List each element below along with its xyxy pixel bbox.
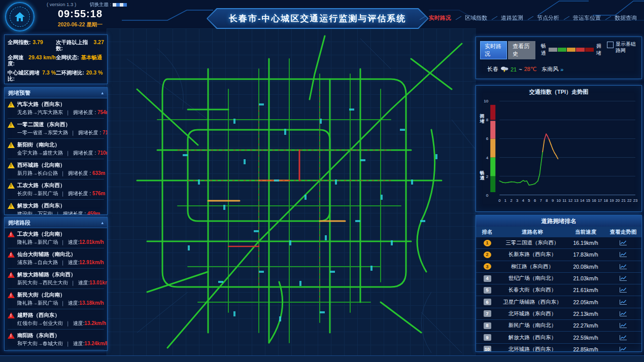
nav-item[interactable]: 数据查询: [601, 14, 637, 22]
collapse-arrow-icon[interactable]: ▴: [101, 220, 104, 225]
current-speed: 22.13km/h: [566, 311, 605, 317]
road-name: 长新东路（西向东）: [498, 251, 566, 258]
weather-more-link[interactable]: »: [560, 66, 563, 73]
nav-item[interactable]: 实时路况: [415, 14, 451, 22]
trend-chart-icon[interactable]: [619, 322, 627, 329]
trend-chart-icon[interactable]: [619, 275, 627, 281]
congestion-warning-header: 拥堵预警 ▴: [5, 88, 107, 98]
congested-segment-item[interactable]: 南阳路（东向西） 和平大街→春城大街｜速度:13.24km/h: [8, 330, 104, 350]
legend-swatch: [549, 48, 557, 52]
theme-swatch-group: [113, 2, 127, 8]
table-row[interactable]: 1 三零二国道（东向西） 16.19km/h: [476, 237, 641, 249]
storm-icon: [500, 66, 509, 73]
stats-grid: 全网指数: 3.79 次干路以上指数: 3.27 全网速度: 29.43 km/…: [5, 35, 107, 84]
congested-segment-item[interactable]: 解放大路辅路（东向西） 新民大街→西民主大街｜速度:13.01km/h: [8, 269, 104, 289]
home-logo-button[interactable]: [5, 2, 35, 31]
road-name: 解放大路辅路（东向西）: [17, 271, 76, 278]
theme-label: 切换主题 :: [89, 2, 111, 8]
alert-triangle-icon: [8, 333, 15, 339]
trend-chart-icon[interactable]: [619, 264, 627, 270]
stat-item: 全网指数: 3.79: [8, 39, 56, 51]
svg-text:0: 0: [486, 193, 489, 198]
table-row[interactable]: 6 卫星广场辅路（西向东） 22.05km/h: [476, 296, 641, 308]
trend-chart-icon[interactable]: [619, 311, 627, 317]
current-speed: 22.05km/h: [566, 299, 605, 305]
congested-segments-list: 工农大路（北向南） 隆礼路→新民广场｜速度:12.01km/h 仙台大街辅路（南…: [5, 228, 107, 350]
table-row[interactable]: 3 柳江路（东向西） 20.08km/h: [476, 261, 641, 273]
header: ( version 1.3 ) 切换主题 : 09:55:18 2020-06-…: [0, 0, 644, 28]
table-row[interactable]: 5 长春大街（东向西） 21.61km/h: [476, 284, 641, 296]
congestion-warning-panel: 拥堵预警 ▴ 汽车大路（西向东） 无名路→汽车大路东｜拥堵长度 : 754m: [4, 87, 108, 215]
trend-chart-icon[interactable]: [619, 346, 627, 352]
warning-list-item[interactable]: 一零二国道（东向西） 一零一省道→东荣大路｜拥堵长度 : 719m: [8, 119, 104, 139]
nav-separator: [605, 16, 612, 20]
table-row[interactable]: 8 新民广场（南向北） 22.27km/h: [476, 320, 641, 332]
trend-chart-icon[interactable]: [619, 251, 627, 258]
warning-list: 汽车大路（西向东） 无名路→汽车大路东｜拥堵长度 : 754m 一零二国道（东向…: [5, 98, 107, 215]
road-segment: 隆礼路→新民广场: [17, 300, 58, 306]
alert-triangle-icon: [8, 251, 15, 258]
segment-speed: 13.01km/h: [90, 280, 108, 285]
congested-segment-item[interactable]: 新民大街（北向南） 隆礼路→新民广场｜速度:13.18km/h: [8, 289, 104, 309]
trend-chart-icon[interactable]: [619, 287, 627, 293]
rank-badge: 8: [484, 322, 491, 329]
dashboard-background: ( version 1.3 ) 切换主题 : 09:55:18 2020-06-…: [0, 0, 644, 362]
congested-segment-item[interactable]: 工农大路（北向南） 隆礼路→新民广场｜速度:12.01km/h: [8, 228, 104, 248]
congested-segment-item[interactable]: 仙台大街辅路（南向北） 浦东路→自由大路｜速度:12.91km/h: [8, 248, 104, 269]
table-row[interactable]: 10 北环城路（西向东） 22.85km/h: [476, 344, 641, 352]
table-row[interactable]: 9 解放大路（西向东） 22.59km/h: [476, 332, 641, 343]
road-name: 越野路（西向东）: [17, 312, 60, 319]
theme-swatch[interactable]: [120, 3, 123, 7]
ranking-column-headers: 排名 道路名称 当前速度 查看走势图: [476, 227, 641, 237]
theme-swatch[interactable]: [116, 3, 120, 7]
current-speed: 21.03km/h: [566, 275, 605, 281]
nav-item[interactable]: 节点分析: [523, 14, 559, 22]
speed-label: 速度:: [68, 239, 80, 245]
table-row[interactable]: 2 长新东路（西向东） 17.83km/h: [476, 249, 641, 261]
table-row[interactable]: 4 世纪广场（南向北） 21.03km/h: [476, 273, 641, 284]
warning-list-item[interactable]: 西环城路（北向南） 新月路→长白公路｜拥堵长度 : 633m: [8, 159, 104, 179]
rank-badge: 10: [484, 346, 491, 352]
congested-segment-item[interactable]: 越野路（西向东） 红领巾街→创业大街｜速度:13.2km/h: [8, 309, 104, 330]
date-label: 2020-06-22 星期一: [45, 21, 116, 28]
warning-list-item[interactable]: 工农大路（东向西） 长庆街→新民广场｜拥堵长度 : 576m: [8, 179, 104, 200]
speed-label: 速度:: [73, 341, 85, 346]
traffic-map[interactable]: [107, 28, 476, 356]
warning-list-item[interactable]: 汽车大路（西向东） 无名路→汽车大路东｜拥堵长度 : 754m: [8, 98, 104, 119]
road-ranking-panel: 道路拥堵排名 排名 道路名称 当前速度 查看走势图 1 三零二国道（东向西） 1…: [476, 215, 642, 352]
collapse-arrow-icon[interactable]: ▴: [101, 90, 104, 95]
checkbox-icon[interactable]: [607, 42, 614, 48]
roadview-tab[interactable]: 查看历史: [508, 41, 535, 59]
svg-text:11: 11: [562, 198, 566, 203]
page-title: 长春市-中心城区交通运行监测与评估系统: [208, 9, 428, 28]
theme-swatch[interactable]: [123, 3, 127, 7]
svg-text:23: 23: [633, 198, 637, 203]
nav-item[interactable]: 道路监测: [487, 14, 523, 22]
svg-text:9: 9: [552, 198, 554, 203]
version-label: ( version 1.3 ): [47, 2, 76, 7]
roadview-tab[interactable]: 实时路况: [480, 41, 507, 59]
warning-list-item[interactable]: 解放大路（西向东） 建设街→万宝街｜拥堵长度 : 459m: [8, 200, 104, 215]
trend-chart-icon[interactable]: [619, 335, 627, 341]
road-name: 卫星广场辅路（西向东）: [498, 299, 566, 306]
theme-swatch[interactable]: [113, 3, 116, 7]
svg-text:6: 6: [534, 198, 536, 203]
table-row[interactable]: 7 北环城路（东向西） 22.13km/h: [476, 308, 641, 320]
trend-chart-icon[interactable]: [619, 240, 627, 246]
road-segment: 红领巾街→创业大街: [17, 320, 63, 326]
footer-strip: [0, 355, 644, 362]
warning-triangle-icon: [8, 203, 15, 209]
svg-text:21: 21: [621, 198, 625, 203]
road-name: 西环城路（北向南）: [17, 162, 65, 169]
congestion-length: 754m: [97, 110, 108, 115]
nav-item[interactable]: 营运车位置: [559, 14, 601, 22]
col-rank: 排名: [476, 229, 498, 236]
road-name: 仙台大街辅路（南向北）: [17, 251, 76, 258]
nav-separator: [528, 16, 534, 20]
nav-item[interactable]: 区域指数: [451, 14, 487, 22]
warning-list-item[interactable]: 新阳街（南向北） 金宇大路→盛世大路｜拥堵长度 : 710m: [8, 139, 104, 159]
trend-chart-icon[interactable]: [619, 299, 627, 305]
base-network-toggle[interactable]: 显示基础路网: [607, 41, 637, 54]
current-speed: 22.59km/h: [566, 335, 605, 341]
svg-text:17: 17: [598, 198, 602, 203]
